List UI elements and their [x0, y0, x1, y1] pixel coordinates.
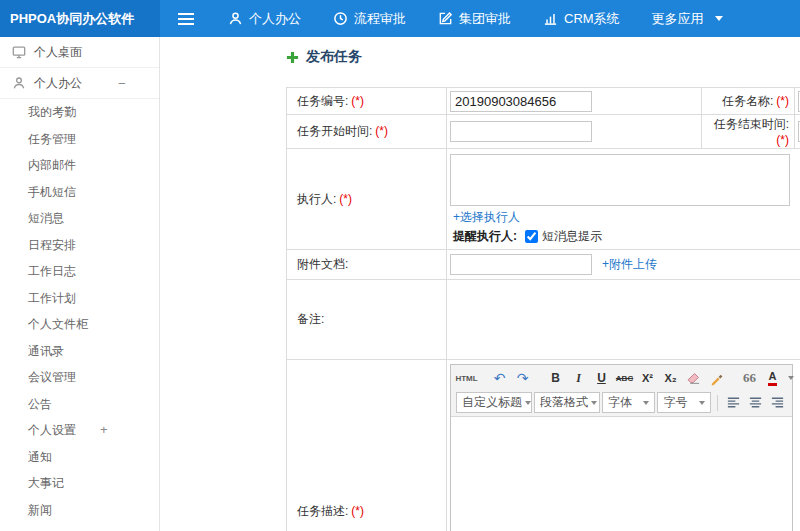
- align-left-button[interactable]: [724, 393, 744, 413]
- align-right-button[interactable]: [767, 393, 787, 413]
- sidebar-item-label: 会议管理: [28, 370, 76, 384]
- user-icon: [228, 11, 243, 26]
- sidebar-item-label: 大事记: [28, 476, 64, 490]
- end-time-label-cell: 任务结束时间:(*): [702, 115, 795, 149]
- sidebar-item-label: 任务管理: [28, 132, 76, 146]
- task-number-input[interactable]: [450, 91, 592, 112]
- sidebar-item-notification[interactable]: 通知: [0, 444, 159, 471]
- sidebar-item-events[interactable]: 大事记: [0, 470, 159, 497]
- format-brush-button[interactable]: [706, 368, 727, 388]
- remark-label-cell: 备注:: [287, 280, 447, 360]
- font-size-select[interactable]: 字号: [657, 392, 710, 413]
- redo-button[interactable]: ↷: [512, 368, 533, 388]
- select-label: 字号: [663, 394, 687, 411]
- italic-button[interactable]: I: [568, 368, 589, 388]
- required-mark: (*): [351, 504, 364, 518]
- sidebar-section-label: 个人办公: [34, 75, 82, 92]
- font-color-button[interactable]: A: [762, 368, 783, 388]
- nav-item-more-apps[interactable]: 更多应用: [636, 0, 739, 37]
- nav-item-personal-office[interactable]: 个人办公: [212, 0, 317, 37]
- publish-task-form: 任务编号:(*) 任务名称:(*) 任务开始时间:(*) 任务结束时间:(*): [286, 87, 800, 531]
- sidebar-item-label: 工作日志: [28, 264, 76, 278]
- align-center-button[interactable]: [746, 393, 766, 413]
- superscript-button[interactable]: X²: [637, 368, 658, 388]
- menu-toggle-button[interactable]: [160, 0, 212, 37]
- sidebar-item-work-log[interactable]: 工作日志: [0, 258, 159, 285]
- sidebar-item-desktop[interactable]: 个人桌面: [0, 37, 159, 68]
- paragraph-format-select[interactable]: 段落格式: [534, 392, 600, 413]
- attachment-input[interactable]: [450, 254, 592, 275]
- source-code-button[interactable]: HTML: [456, 368, 477, 388]
- sidebar-item-label: 工作计划: [28, 291, 76, 305]
- sidebar-item-label: 内部邮件: [28, 158, 76, 172]
- toolbar-separator: [717, 395, 718, 411]
- start-time-label: 任务开始时间:: [297, 124, 372, 138]
- sidebar-item-file-cabinet[interactable]: 个人文件柜: [0, 311, 159, 338]
- sidebar-item-schedule[interactable]: 日程安排: [0, 232, 159, 259]
- blockquote-button[interactable]: 66: [739, 368, 760, 388]
- bold-button[interactable]: B: [545, 368, 566, 388]
- executor-label-cell: 执行人:(*): [287, 149, 447, 250]
- sidebar-item-meeting-management[interactable]: 会议管理: [0, 364, 159, 391]
- remind-executor-row: 提醒执行人: 短消息提示: [453, 228, 800, 245]
- main-content: 发布任务 任务编号:(*) 任务名称:(*) 任务开始时间:(*): [161, 37, 800, 531]
- caret-down-icon: [525, 401, 531, 405]
- remind-executor-label: 提醒执行人:: [453, 228, 517, 245]
- sidebar-item-announcement[interactable]: 公告: [0, 391, 159, 418]
- caret-down-icon: [699, 401, 705, 405]
- required-mark: (*): [375, 124, 388, 138]
- sidebar-item-label: 个人桌面: [34, 44, 82, 61]
- sidebar-item-label: 公告: [28, 397, 52, 411]
- eraser-icon: [686, 371, 701, 386]
- edit-pencil-icon: [438, 11, 453, 26]
- attachment-upload-link[interactable]: +附件上传: [602, 256, 657, 273]
- sidebar-item-label: 短消息: [28, 211, 64, 225]
- paintbrush-icon: [709, 371, 724, 386]
- nav-item-group-approval[interactable]: 集团审批: [422, 0, 527, 37]
- sidebar-item-contacts[interactable]: 通讯录: [0, 338, 159, 365]
- task-number-label: 任务编号:: [297, 94, 348, 108]
- nav-label: 个人办公: [249, 10, 301, 28]
- required-mark: (*): [776, 133, 789, 147]
- required-mark: (*): [351, 94, 364, 108]
- undo-button[interactable]: ↶: [489, 368, 510, 388]
- description-label: 任务描述:: [297, 504, 348, 518]
- rich-text-editor: HTML ↶ ↷ B I U ABC X² X₂: [450, 364, 793, 531]
- sidebar-item-task-management[interactable]: 任务管理: [0, 126, 159, 153]
- choose-executor-link[interactable]: +选择执行人: [453, 209, 800, 226]
- form-wrapper: 任务编号:(*) 任务名称:(*) 任务开始时间:(*) 任务结束时间:(*): [286, 87, 800, 531]
- underline-button[interactable]: U: [591, 368, 612, 388]
- nav-item-crm[interactable]: CRM系统: [527, 0, 636, 37]
- sidebar-item-short-message[interactable]: 短消息: [0, 205, 159, 232]
- sidebar-item-label: 个人设置: [28, 423, 76, 437]
- sidebar-item-attendance[interactable]: 我的考勤: [0, 99, 159, 126]
- sidebar-item-news[interactable]: 新闻: [0, 497, 159, 524]
- top-nav: 个人办公 流程审批 集团审批 CRM系统 更多应用: [212, 0, 739, 37]
- custom-title-select[interactable]: 自定义标题: [456, 392, 532, 413]
- task-description-editor-body[interactable]: [451, 417, 792, 531]
- expand-plus-icon: +: [100, 417, 108, 444]
- app-logo[interactable]: PHPOA协同办公软件: [0, 0, 160, 37]
- sms-checkbox[interactable]: [525, 230, 538, 243]
- remark-textarea[interactable]: [450, 284, 790, 354]
- task-start-time-input[interactable]: [450, 121, 592, 142]
- sidebar-item-internal-mail[interactable]: 内部邮件: [0, 152, 159, 179]
- select-label: 字体: [608, 394, 632, 411]
- sidebar-item-work-plan[interactable]: 工作计划: [0, 285, 159, 312]
- nav-item-process-approval[interactable]: 流程审批: [317, 0, 422, 37]
- sidebar-item-label: 通讯录: [28, 344, 64, 358]
- align-left-icon: [726, 395, 741, 410]
- sidebar-item-personal-settings[interactable]: 个人设置 +: [0, 417, 159, 444]
- attachment-label: 附件文档:: [297, 257, 348, 271]
- remove-format-button[interactable]: [683, 368, 704, 388]
- attachment-label-cell: 附件文档:: [287, 250, 447, 280]
- sidebar-section-personal-office[interactable]: 个人办公 −: [0, 68, 159, 99]
- font-family-select[interactable]: 字体: [602, 392, 655, 413]
- subscript-button[interactable]: X₂: [660, 368, 681, 388]
- strikethrough-button[interactable]: ABC: [614, 368, 635, 388]
- user-icon: [12, 76, 26, 90]
- caret-down-icon: [715, 16, 723, 21]
- nav-label: 更多应用: [652, 10, 704, 28]
- sidebar-item-mobile-sms[interactable]: 手机短信: [0, 179, 159, 206]
- executor-textarea[interactable]: [450, 154, 790, 206]
